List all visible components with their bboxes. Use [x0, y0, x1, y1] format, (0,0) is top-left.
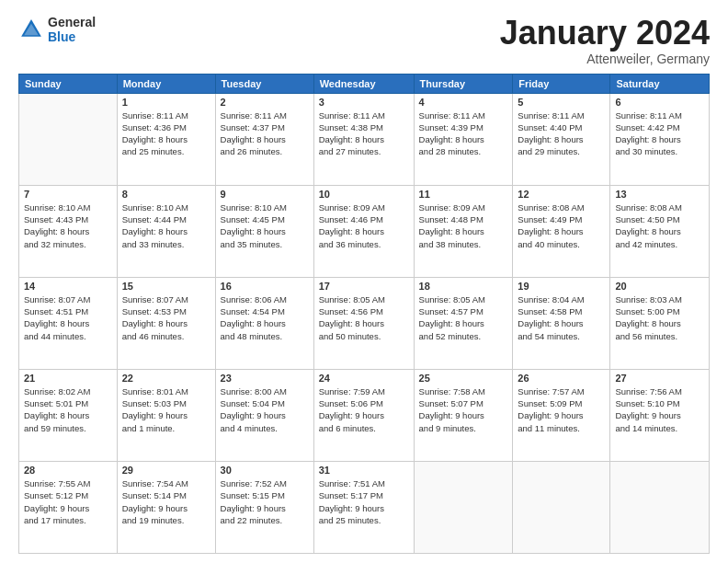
- calendar-cell: 30Sunrise: 7:52 AM Sunset: 5:15 PM Dayli…: [215, 461, 313, 553]
- month-title: January 2024: [500, 15, 710, 52]
- subtitle: Attenweiler, Germany: [500, 52, 710, 66]
- calendar-cell: 17Sunrise: 8:05 AM Sunset: 4:56 PM Dayli…: [313, 277, 414, 369]
- day-number: 23: [221, 373, 309, 384]
- day-number: 15: [122, 281, 210, 292]
- day-info: Sunrise: 8:08 AM Sunset: 4:50 PM Dayligh…: [615, 201, 704, 250]
- col-tuesday: Tuesday: [215, 74, 313, 93]
- calendar-week-4: 21Sunrise: 8:02 AM Sunset: 5:01 PM Dayli…: [19, 369, 710, 461]
- col-saturday: Saturday: [610, 74, 710, 93]
- calendar-cell: 27Sunrise: 7:56 AM Sunset: 5:10 PM Dayli…: [610, 369, 710, 461]
- day-number: 8: [122, 189, 210, 200]
- calendar-body: 1Sunrise: 8:11 AM Sunset: 4:36 PM Daylig…: [19, 93, 710, 553]
- col-monday: Monday: [117, 74, 215, 93]
- day-number: 13: [615, 189, 704, 200]
- day-info: Sunrise: 8:11 AM Sunset: 4:39 PM Dayligh…: [419, 109, 508, 158]
- col-wednesday: Wednesday: [313, 74, 414, 93]
- day-info: Sunrise: 8:00 AM Sunset: 5:04 PM Dayligh…: [221, 385, 309, 434]
- day-number: 11: [419, 189, 508, 200]
- day-number: 14: [24, 281, 112, 292]
- day-info: Sunrise: 7:58 AM Sunset: 5:07 PM Dayligh…: [419, 385, 508, 434]
- calendar-cell: 11Sunrise: 8:09 AM Sunset: 4:48 PM Dayli…: [414, 185, 513, 277]
- day-number: 3: [319, 97, 409, 108]
- day-number: 4: [419, 97, 508, 108]
- day-info: Sunrise: 8:07 AM Sunset: 4:53 PM Dayligh…: [122, 293, 210, 342]
- calendar-week-5: 28Sunrise: 7:55 AM Sunset: 5:12 PM Dayli…: [19, 461, 710, 553]
- calendar-cell: 24Sunrise: 7:59 AM Sunset: 5:06 PM Dayli…: [313, 369, 414, 461]
- day-info: Sunrise: 8:02 AM Sunset: 5:01 PM Dayligh…: [24, 385, 112, 434]
- calendar-cell: 4Sunrise: 8:11 AM Sunset: 4:39 PM Daylig…: [414, 93, 513, 185]
- logo-icon: [18, 17, 44, 42]
- logo-general-text: General: [48, 15, 96, 29]
- calendar-cell: 29Sunrise: 7:54 AM Sunset: 5:14 PM Dayli…: [117, 461, 215, 553]
- calendar-cell: 7Sunrise: 8:10 AM Sunset: 4:43 PM Daylig…: [19, 185, 118, 277]
- calendar-cell: 10Sunrise: 8:09 AM Sunset: 4:46 PM Dayli…: [313, 185, 414, 277]
- calendar-cell: 14Sunrise: 8:07 AM Sunset: 4:51 PM Dayli…: [19, 277, 118, 369]
- day-info: Sunrise: 8:05 AM Sunset: 4:56 PM Dayligh…: [319, 293, 409, 342]
- calendar-week-3: 14Sunrise: 8:07 AM Sunset: 4:51 PM Dayli…: [19, 277, 710, 369]
- day-info: Sunrise: 8:03 AM Sunset: 5:00 PM Dayligh…: [615, 293, 704, 342]
- calendar-cell: [513, 461, 610, 553]
- calendar-cell: [610, 461, 710, 553]
- day-number: 1: [122, 97, 210, 108]
- day-info: Sunrise: 8:09 AM Sunset: 4:46 PM Dayligh…: [319, 201, 409, 250]
- day-info: Sunrise: 8:06 AM Sunset: 4:54 PM Dayligh…: [221, 293, 309, 342]
- day-info: Sunrise: 7:59 AM Sunset: 5:06 PM Dayligh…: [319, 385, 409, 434]
- page: General Blue January 2024 Attenweiler, G…: [0, 0, 728, 563]
- day-info: Sunrise: 8:11 AM Sunset: 4:36 PM Dayligh…: [122, 109, 210, 158]
- day-number: 25: [419, 373, 508, 384]
- calendar-cell: 16Sunrise: 8:06 AM Sunset: 4:54 PM Dayli…: [215, 277, 313, 369]
- day-info: Sunrise: 7:54 AM Sunset: 5:14 PM Dayligh…: [122, 477, 210, 526]
- calendar-cell: 22Sunrise: 8:01 AM Sunset: 5:03 PM Dayli…: [117, 369, 215, 461]
- calendar-cell: 19Sunrise: 8:04 AM Sunset: 4:58 PM Dayli…: [513, 277, 610, 369]
- calendar-cell: 28Sunrise: 7:55 AM Sunset: 5:12 PM Dayli…: [19, 461, 118, 553]
- col-friday: Friday: [513, 74, 610, 93]
- day-info: Sunrise: 8:10 AM Sunset: 4:43 PM Dayligh…: [24, 201, 112, 250]
- day-number: 18: [419, 281, 508, 292]
- day-info: Sunrise: 8:05 AM Sunset: 4:57 PM Dayligh…: [419, 293, 508, 342]
- calendar-cell: 13Sunrise: 8:08 AM Sunset: 4:50 PM Dayli…: [610, 185, 710, 277]
- calendar-cell: 1Sunrise: 8:11 AM Sunset: 4:36 PM Daylig…: [117, 93, 215, 185]
- calendar-cell: 25Sunrise: 7:58 AM Sunset: 5:07 PM Dayli…: [414, 369, 513, 461]
- day-info: Sunrise: 8:04 AM Sunset: 4:58 PM Dayligh…: [518, 293, 605, 342]
- calendar-cell: 23Sunrise: 8:00 AM Sunset: 5:04 PM Dayli…: [215, 369, 313, 461]
- calendar-cell: 18Sunrise: 8:05 AM Sunset: 4:57 PM Dayli…: [414, 277, 513, 369]
- logo-blue-text: Blue: [48, 29, 96, 44]
- day-info: Sunrise: 7:57 AM Sunset: 5:09 PM Dayligh…: [518, 385, 605, 434]
- calendar-cell: [19, 93, 118, 185]
- calendar-cell: 5Sunrise: 8:11 AM Sunset: 4:40 PM Daylig…: [513, 93, 610, 185]
- header: General Blue January 2024 Attenweiler, G…: [18, 15, 710, 66]
- calendar-cell: 20Sunrise: 8:03 AM Sunset: 5:00 PM Dayli…: [610, 277, 710, 369]
- day-number: 20: [615, 281, 704, 292]
- day-number: 2: [221, 97, 309, 108]
- day-number: 24: [319, 373, 409, 384]
- day-number: 27: [615, 373, 704, 384]
- calendar-cell: 31Sunrise: 7:51 AM Sunset: 5:17 PM Dayli…: [313, 461, 414, 553]
- day-info: Sunrise: 8:10 AM Sunset: 4:44 PM Dayligh…: [122, 201, 210, 250]
- day-info: Sunrise: 8:07 AM Sunset: 4:51 PM Dayligh…: [24, 293, 112, 342]
- day-info: Sunrise: 8:09 AM Sunset: 4:48 PM Dayligh…: [419, 201, 508, 250]
- col-thursday: Thursday: [414, 74, 513, 93]
- calendar-cell: 15Sunrise: 8:07 AM Sunset: 4:53 PM Dayli…: [117, 277, 215, 369]
- calendar-cell: 2Sunrise: 8:11 AM Sunset: 4:37 PM Daylig…: [215, 93, 313, 185]
- calendar-table: Sunday Monday Tuesday Wednesday Thursday…: [18, 74, 710, 554]
- day-number: 6: [615, 97, 704, 108]
- day-info: Sunrise: 8:11 AM Sunset: 4:42 PM Dayligh…: [615, 109, 704, 158]
- day-number: 19: [518, 281, 605, 292]
- day-info: Sunrise: 8:08 AM Sunset: 4:49 PM Dayligh…: [518, 201, 605, 250]
- day-number: 10: [319, 189, 409, 200]
- calendar-cell: 6Sunrise: 8:11 AM Sunset: 4:42 PM Daylig…: [610, 93, 710, 185]
- day-number: 30: [221, 465, 309, 476]
- calendar-week-1: 1Sunrise: 8:11 AM Sunset: 4:36 PM Daylig…: [19, 93, 710, 185]
- day-info: Sunrise: 8:10 AM Sunset: 4:45 PM Dayligh…: [221, 201, 309, 250]
- day-number: 22: [122, 373, 210, 384]
- day-info: Sunrise: 8:11 AM Sunset: 4:37 PM Dayligh…: [221, 109, 309, 158]
- calendar-cell: [414, 461, 513, 553]
- calendar-cell: 9Sunrise: 8:10 AM Sunset: 4:45 PM Daylig…: [215, 185, 313, 277]
- day-number: 16: [221, 281, 309, 292]
- calendar-header: Sunday Monday Tuesday Wednesday Thursday…: [19, 74, 710, 93]
- calendar-cell: 8Sunrise: 8:10 AM Sunset: 4:44 PM Daylig…: [117, 185, 215, 277]
- title-block: January 2024 Attenweiler, Germany: [500, 15, 710, 66]
- col-sunday: Sunday: [19, 74, 118, 93]
- day-number: 12: [518, 189, 605, 200]
- calendar-week-2: 7Sunrise: 8:10 AM Sunset: 4:43 PM Daylig…: [19, 185, 710, 277]
